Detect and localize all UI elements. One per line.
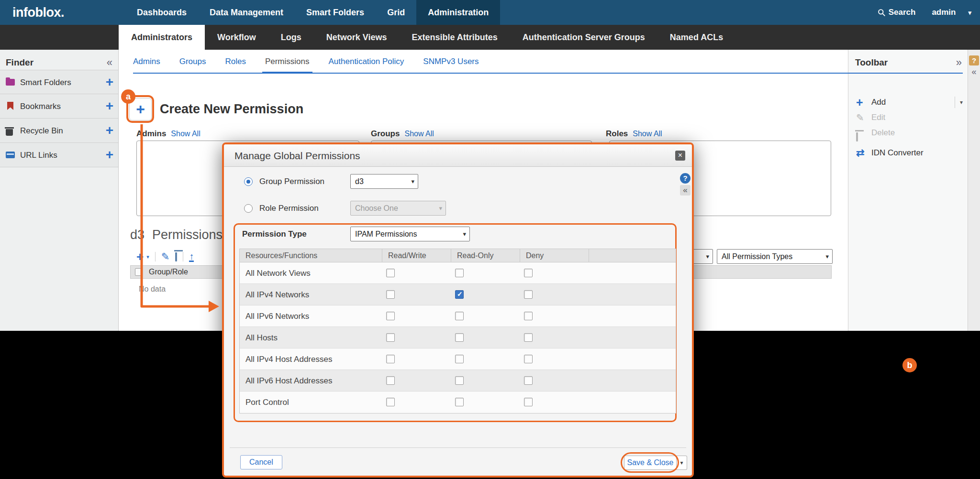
checkbox-read-write[interactable]: [386, 312, 395, 320]
role-select-placeholder: Choose One: [355, 201, 398, 215]
add-url-link-button[interactable]: +: [106, 143, 113, 166]
checkbox-read-only[interactable]: [455, 312, 464, 320]
checkbox-read-only[interactable]: [455, 355, 464, 363]
checkbox-deny[interactable]: [524, 269, 533, 277]
subtab-authentication-policy[interactable]: Authentication Policy: [329, 50, 404, 74]
role-permission-radio[interactable]: [244, 204, 253, 213]
tab-workflow[interactable]: Workflow: [205, 25, 268, 50]
checkbox-deny[interactable]: [524, 376, 533, 385]
group-select[interactable]: d3 ▾: [350, 174, 418, 189]
checkbox-read-only[interactable]: [455, 376, 464, 385]
groups-column-header: GroupsShow All: [371, 129, 434, 139]
checkbox-read-only[interactable]: [455, 333, 464, 342]
page: infoblox. Dashboards Data Management Sma…: [0, 0, 980, 479]
edit-permission-icon[interactable]: ✎: [161, 251, 170, 262]
idn-converter-icon: ⇄: [856, 145, 865, 161]
checkbox-deny[interactable]: [524, 333, 533, 342]
groups-show-all-link[interactable]: Show All: [404, 130, 434, 138]
collapse-help-icon[interactable]: «: [969, 67, 979, 77]
permission-types-filter-dropdown[interactable]: All Permission Types ▾: [717, 249, 833, 264]
nav-data-management[interactable]: Data Management: [198, 0, 295, 25]
dialog-header[interactable]: Manage Global Permissions ×: [224, 144, 692, 167]
dialog-help-icon[interactable]: ?: [680, 173, 690, 184]
expand-panel-icon[interactable]: »: [956, 54, 962, 71]
collapse-panel-icon[interactable]: «: [107, 54, 112, 71]
checkbox-read-only[interactable]: [455, 398, 464, 406]
page-title: Create New Permission: [160, 102, 303, 117]
toolbar-add-button[interactable]: + Add ▾: [848, 95, 968, 110]
subtab-roles[interactable]: Roles: [225, 50, 245, 74]
tab-auth-server-groups[interactable]: Authentication Server Groups: [510, 25, 657, 50]
checkbox-read-write[interactable]: [386, 376, 395, 385]
top-nav-right: Search admin ▾: [878, 0, 971, 25]
user-menu[interactable]: admin ▾: [932, 8, 971, 17]
checkbox-read-write[interactable]: [386, 398, 395, 406]
divider: [183, 252, 183, 261]
sidebar-item-recycle-bin[interactable]: Recycle Bin +: [0, 119, 118, 143]
checkbox-deny[interactable]: [524, 290, 533, 299]
checkbox-deny[interactable]: [524, 312, 533, 320]
sidebar-item-bookmarks[interactable]: Bookmarks +: [0, 94, 118, 119]
toolbar-idn-converter-button[interactable]: ⇄ IDN Converter: [848, 145, 968, 161]
subtab-snmpv3-users[interactable]: SNMPv3 Users: [423, 50, 479, 74]
sidebar-item-label: URL Links: [20, 143, 57, 167]
subtab-permissions[interactable]: Permissions: [265, 50, 310, 74]
checkbox-read-write[interactable]: [386, 355, 395, 363]
cancel-button[interactable]: Cancel: [240, 455, 282, 469]
help-icon[interactable]: ?: [969, 55, 979, 65]
add-bookmark-button[interactable]: +: [106, 94, 113, 118]
sidebar-item-label: Bookmarks: [20, 94, 61, 119]
add-recycle-bin-button[interactable]: +: [106, 119, 113, 142]
search-label: Search: [889, 8, 916, 17]
nav-smart-folders[interactable]: Smart Folders: [295, 0, 376, 25]
permission-type-select[interactable]: IPAM Permissions ▾: [350, 227, 470, 241]
add-permission-caret-icon[interactable]: ▾: [146, 254, 149, 260]
checkbox-read-only[interactable]: [455, 290, 464, 299]
tab-extensible-attributes[interactable]: Extensible Attributes: [399, 25, 510, 50]
search-button[interactable]: Search: [878, 8, 916, 17]
nav-grid[interactable]: Grid: [376, 0, 416, 25]
tab-administrators[interactable]: Administrators: [119, 25, 205, 50]
matrix-header-row: Resources/Functions Read/Write Read-Only…: [240, 249, 676, 262]
bookmarks-icon: [7, 102, 13, 110]
admin-tab-bar: Administrators Workflow Logs Network Vie…: [0, 25, 980, 50]
checkbox-deny[interactable]: [524, 355, 533, 363]
sub-tab-bar: Admins Groups Roles Permissions Authenti…: [119, 50, 848, 74]
save-menu-caret-icon[interactable]: ▾: [677, 456, 687, 470]
close-icon[interactable]: ×: [675, 151, 685, 161]
group-permission-radio[interactable]: [244, 177, 253, 186]
checkbox-read-write[interactable]: [386, 269, 395, 277]
add-permission-button[interactable]: +: [136, 250, 144, 263]
subtab-groups[interactable]: Groups: [179, 50, 206, 74]
permission-type-label: Permission Type: [242, 227, 307, 241]
tab-network-views[interactable]: Network Views: [314, 25, 400, 50]
upload-icon[interactable]: ↑: [189, 252, 194, 262]
add-menu-caret-icon[interactable]: ▾: [955, 97, 963, 108]
sidebar-item-smart-folders[interactable]: Smart Folders +: [0, 70, 118, 94]
dialog-title: Manage Global Permissions: [234, 144, 360, 167]
smart-folders-icon: [6, 79, 15, 86]
checkbox-read-only[interactable]: [455, 269, 464, 277]
admins-show-all-link[interactable]: Show All: [171, 130, 200, 138]
sidebar-item-url-links[interactable]: URL Links +: [0, 143, 118, 167]
delete-permission-icon[interactable]: [175, 252, 177, 261]
dialog-collapse-icon[interactable]: «: [680, 185, 690, 196]
matrix-body: All Network Views All IPv4 Networks All …: [240, 262, 676, 413]
tab-logs[interactable]: Logs: [268, 25, 314, 50]
checkbox-deny[interactable]: [524, 398, 533, 406]
table-row: All Network Views: [240, 262, 676, 284]
add-smart-folder-button[interactable]: +: [106, 70, 113, 94]
roles-label: Roles: [606, 129, 628, 138]
chevron-down-icon: ▾: [968, 9, 971, 16]
nav-dashboards[interactable]: Dashboards: [125, 0, 198, 25]
checkbox-read-write[interactable]: [386, 333, 395, 342]
checkbox-read-write[interactable]: [386, 290, 395, 299]
select-all-checkbox[interactable]: [135, 268, 143, 276]
divider: [155, 252, 156, 261]
roles-show-all-link[interactable]: Show All: [633, 130, 662, 138]
tab-named-acls[interactable]: Named ACLs: [657, 25, 735, 50]
nav-administration[interactable]: Administration: [416, 0, 500, 25]
url-links-icon: [6, 152, 15, 158]
subtab-admins[interactable]: Admins: [133, 50, 160, 74]
save-and-close-button[interactable]: Save & Close: [624, 456, 677, 470]
